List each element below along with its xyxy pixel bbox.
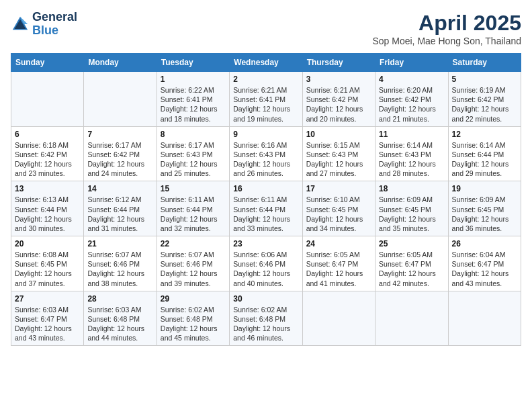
day-info: Sunrise: 6:19 AM Sunset: 6:42 PM Dayligh…: [452, 85, 517, 124]
day-number: 1: [161, 75, 226, 84]
day-number: 5: [452, 75, 517, 84]
day-number: 14: [87, 184, 152, 193]
calendar-cell: 19Sunrise: 6:09 AM Sunset: 6:45 PM Dayli…: [448, 181, 521, 236]
calendar-cell: 11Sunrise: 6:14 AM Sunset: 6:43 PM Dayli…: [375, 126, 448, 181]
day-info: Sunrise: 6:02 AM Sunset: 6:48 PM Dayligh…: [161, 305, 226, 343]
day-number: 4: [379, 75, 444, 84]
calendar-cell: [448, 291, 521, 346]
day-info: Sunrise: 6:12 AM Sunset: 6:44 PM Dayligh…: [87, 195, 152, 233]
day-number: 18: [379, 184, 444, 193]
day-number: 20: [15, 239, 80, 248]
day-number: 6: [15, 130, 80, 139]
calendar-cell: 15Sunrise: 6:11 AM Sunset: 6:44 PM Dayli…: [157, 181, 229, 236]
col-header-saturday: Saturday: [448, 54, 521, 72]
calendar-cell: 13Sunrise: 6:13 AM Sunset: 6:44 PM Dayli…: [11, 181, 84, 236]
day-number: 30: [233, 294, 298, 304]
col-header-monday: Monday: [84, 54, 157, 72]
calendar-table: SundayMondayTuesdayWednesdayThursdayFrid…: [11, 53, 521, 346]
calendar-header-row: SundayMondayTuesdayWednesdayThursdayFrid…: [11, 54, 521, 72]
day-info: Sunrise: 6:17 AM Sunset: 6:43 PM Dayligh…: [161, 140, 226, 179]
calendar-cell: 12Sunrise: 6:14 AM Sunset: 6:44 PM Dayli…: [448, 126, 521, 181]
calendar-cell: 28Sunrise: 6:03 AM Sunset: 6:48 PM Dayli…: [84, 291, 157, 346]
calendar-cell: 24Sunrise: 6:05 AM Sunset: 6:47 PM Dayli…: [302, 236, 375, 291]
day-info: Sunrise: 6:17 AM Sunset: 6:42 PM Dayligh…: [87, 140, 152, 179]
day-number: 24: [306, 239, 371, 248]
week-row-1: 1Sunrise: 6:22 AM Sunset: 6:41 PM Daylig…: [11, 72, 521, 127]
week-row-4: 20Sunrise: 6:08 AM Sunset: 6:45 PM Dayli…: [11, 236, 521, 291]
day-number: 11: [379, 130, 444, 139]
calendar-cell: 21Sunrise: 6:07 AM Sunset: 6:46 PM Dayli…: [84, 236, 157, 291]
calendar-cell: [302, 291, 375, 346]
logo: General Blue: [11, 11, 77, 38]
col-header-tuesday: Tuesday: [157, 54, 229, 72]
day-number: 16: [233, 184, 298, 193]
calendar-cell: 10Sunrise: 6:15 AM Sunset: 6:43 PM Dayli…: [302, 126, 375, 181]
day-info: Sunrise: 6:15 AM Sunset: 6:43 PM Dayligh…: [306, 140, 371, 179]
day-info: Sunrise: 6:13 AM Sunset: 6:44 PM Dayligh…: [15, 195, 80, 233]
location-title: Sop Moei, Mae Hong Son, Thailand: [372, 36, 521, 46]
calendar-cell: 8Sunrise: 6:17 AM Sunset: 6:43 PM Daylig…: [157, 126, 229, 181]
calendar-cell: 2Sunrise: 6:21 AM Sunset: 6:41 PM Daylig…: [230, 72, 302, 127]
day-info: Sunrise: 6:21 AM Sunset: 6:41 PM Dayligh…: [233, 85, 298, 124]
logo-blue: Blue: [32, 24, 77, 38]
week-row-3: 13Sunrise: 6:13 AM Sunset: 6:44 PM Dayli…: [11, 181, 521, 236]
col-header-wednesday: Wednesday: [230, 54, 302, 72]
calendar-cell: [84, 72, 157, 127]
month-title: April 2025: [372, 11, 521, 36]
day-number: 3: [306, 75, 371, 84]
day-number: 12: [452, 130, 517, 139]
day-number: 17: [306, 184, 371, 193]
logo-general: General: [32, 11, 77, 24]
day-number: 28: [87, 294, 152, 304]
day-info: Sunrise: 6:11 AM Sunset: 6:44 PM Dayligh…: [161, 195, 226, 233]
calendar-cell: 23Sunrise: 6:06 AM Sunset: 6:46 PM Dayli…: [230, 236, 302, 291]
calendar-cell: 16Sunrise: 6:11 AM Sunset: 6:44 PM Dayli…: [230, 181, 302, 236]
calendar-cell: 22Sunrise: 6:07 AM Sunset: 6:46 PM Dayli…: [157, 236, 229, 291]
day-info: Sunrise: 6:21 AM Sunset: 6:42 PM Dayligh…: [306, 85, 371, 124]
day-info: Sunrise: 6:09 AM Sunset: 6:45 PM Dayligh…: [452, 195, 517, 233]
calendar-cell: 30Sunrise: 6:02 AM Sunset: 6:48 PM Dayli…: [230, 291, 302, 346]
calendar-cell: [11, 72, 84, 127]
title-block: April 2025 Sop Moei, Mae Hong Son, Thail…: [372, 11, 521, 46]
day-number: 29: [161, 294, 226, 304]
col-header-sunday: Sunday: [11, 54, 84, 72]
day-number: 7: [87, 130, 152, 139]
day-number: 22: [161, 239, 226, 248]
calendar-cell: [375, 291, 448, 346]
day-info: Sunrise: 6:08 AM Sunset: 6:45 PM Dayligh…: [15, 250, 80, 288]
day-number: 19: [452, 184, 517, 193]
week-row-2: 6Sunrise: 6:18 AM Sunset: 6:42 PM Daylig…: [11, 126, 521, 181]
day-info: Sunrise: 6:16 AM Sunset: 6:43 PM Dayligh…: [233, 140, 298, 179]
day-number: 27: [15, 294, 80, 304]
day-number: 23: [233, 239, 298, 248]
day-info: Sunrise: 6:10 AM Sunset: 6:45 PM Dayligh…: [306, 195, 371, 233]
day-info: Sunrise: 6:09 AM Sunset: 6:45 PM Dayligh…: [379, 195, 444, 233]
calendar-cell: 6Sunrise: 6:18 AM Sunset: 6:42 PM Daylig…: [11, 126, 84, 181]
calendar-cell: 17Sunrise: 6:10 AM Sunset: 6:45 PM Dayli…: [302, 181, 375, 236]
day-info: Sunrise: 6:03 AM Sunset: 6:47 PM Dayligh…: [15, 305, 80, 343]
day-info: Sunrise: 6:02 AM Sunset: 6:48 PM Dayligh…: [233, 305, 298, 343]
day-number: 26: [452, 239, 517, 248]
calendar-cell: 29Sunrise: 6:02 AM Sunset: 6:48 PM Dayli…: [157, 291, 229, 346]
day-number: 9: [233, 130, 298, 139]
day-info: Sunrise: 6:04 AM Sunset: 6:47 PM Dayligh…: [452, 250, 517, 288]
calendar-cell: 26Sunrise: 6:04 AM Sunset: 6:47 PM Dayli…: [448, 236, 521, 291]
day-info: Sunrise: 6:06 AM Sunset: 6:46 PM Dayligh…: [233, 250, 298, 288]
day-number: 2: [233, 75, 298, 84]
calendar-cell: 20Sunrise: 6:08 AM Sunset: 6:45 PM Dayli…: [11, 236, 84, 291]
day-info: Sunrise: 6:20 AM Sunset: 6:42 PM Dayligh…: [379, 85, 444, 124]
day-number: 10: [306, 130, 371, 139]
calendar-cell: 25Sunrise: 6:05 AM Sunset: 6:47 PM Dayli…: [375, 236, 448, 291]
day-number: 21: [87, 239, 152, 248]
col-header-friday: Friday: [375, 54, 448, 72]
day-number: 25: [379, 239, 444, 248]
page-header: General Blue April 2025 Sop Moei, Mae Ho…: [11, 11, 521, 46]
calendar-cell: 9Sunrise: 6:16 AM Sunset: 6:43 PM Daylig…: [230, 126, 302, 181]
day-number: 13: [15, 184, 80, 193]
calendar-cell: 5Sunrise: 6:19 AM Sunset: 6:42 PM Daylig…: [448, 72, 521, 127]
day-number: 8: [161, 130, 226, 139]
day-info: Sunrise: 6:05 AM Sunset: 6:47 PM Dayligh…: [379, 250, 444, 288]
day-info: Sunrise: 6:03 AM Sunset: 6:48 PM Dayligh…: [87, 305, 152, 343]
calendar-cell: 7Sunrise: 6:17 AM Sunset: 6:42 PM Daylig…: [84, 126, 157, 181]
calendar-cell: 14Sunrise: 6:12 AM Sunset: 6:44 PM Dayli…: [84, 181, 157, 236]
